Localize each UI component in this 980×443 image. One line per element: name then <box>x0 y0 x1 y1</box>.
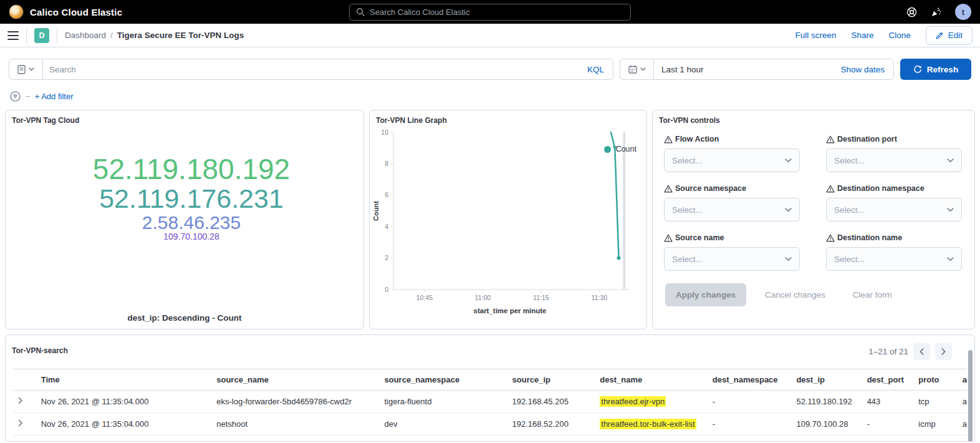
chevron-down-icon <box>785 158 792 163</box>
highlighted-dest-name[interactable]: threatfeed.tor-bulk-exit-list <box>600 441 696 442</box>
calico-logo[interactable] <box>9 4 24 19</box>
svg-text:10: 10 <box>381 129 388 136</box>
announcements-icon[interactable] <box>931 7 941 17</box>
svg-text:11:30: 11:30 <box>592 294 608 301</box>
prev-page-button[interactable] <box>913 343 930 360</box>
time-range-value[interactable]: Last 1 hour <box>654 65 840 74</box>
tag-cloud-title: Tor-VPN Tag Cloud <box>6 110 363 125</box>
highlighted-dest-name[interactable]: threatfeed.ejr-vpn <box>600 396 666 407</box>
column-header[interactable]: Time <box>36 369 212 391</box>
cell-dest_namespace: - <box>708 436 792 442</box>
legend-label: Count <box>616 145 637 153</box>
tag-cloud-term[interactable]: 109.70.100.28 <box>163 232 219 241</box>
breadcrumb-separator: / <box>110 31 113 40</box>
expand-row-button[interactable] <box>18 397 23 404</box>
control-select[interactable]: Select... <box>826 247 962 271</box>
column-header[interactable]: source_name <box>211 369 379 391</box>
pagination: 1–21 of 21 <box>868 343 952 360</box>
next-page-button[interactable] <box>935 343 952 360</box>
breadcrumb-dashboard[interactable]: Dashboard <box>65 31 106 40</box>
table-row: Nov 26, 2021 @ 11:34:54.000netshootdev19… <box>13 436 967 442</box>
column-header[interactable]: dest_namespace <box>708 369 792 391</box>
show-dates-button[interactable]: Show dates <box>840 65 893 74</box>
expand-row-button[interactable] <box>18 419 23 427</box>
pencil-icon <box>936 31 944 39</box>
column-header[interactable]: dest_ip <box>791 369 862 391</box>
control-select[interactable]: Select... <box>826 148 962 172</box>
kql-button[interactable]: KQL <box>587 65 613 74</box>
col-expand <box>13 369 36 391</box>
control-select[interactable]: Select... <box>664 198 800 221</box>
column-header[interactable]: source_namespace <box>380 369 507 391</box>
share-link[interactable]: Share <box>851 31 873 40</box>
tag-cloud-term[interactable]: 52.119.176.231 <box>99 185 284 213</box>
date-picker: Last 1 hour Show dates <box>620 59 894 80</box>
svg-text:Count: Count <box>372 201 380 221</box>
tag-cloud-term[interactable]: 2.58.46.235 <box>142 213 241 232</box>
column-header[interactable]: action <box>958 369 967 391</box>
user-avatar[interactable]: t <box>955 4 971 20</box>
select-placeholder: Select... <box>834 205 865 215</box>
chevron-right-icon <box>941 348 946 355</box>
warning-icon <box>826 234 835 242</box>
control-field: Destination nameSelect... <box>826 233 962 271</box>
svg-text:11:15: 11:15 <box>533 294 549 301</box>
menu-icon[interactable] <box>7 31 19 40</box>
calendar-icon <box>628 65 637 74</box>
edit-button[interactable]: Edit <box>926 26 973 45</box>
svg-text:start_time per minute: start_time per minute <box>474 307 547 314</box>
global-search-input[interactable] <box>370 7 624 17</box>
help-icon[interactable] <box>906 7 917 17</box>
chart-legend[interactable]: Count <box>604 145 637 153</box>
chevron-down-icon <box>785 208 792 212</box>
cell-time: Nov 26, 2021 @ 11:35:04.000 <box>36 413 212 436</box>
saved-query-menu-button[interactable] <box>9 59 43 79</box>
edit-button-label: Edit <box>948 31 963 40</box>
chevron-down-icon <box>947 208 954 212</box>
line-graph-title: Tor-VPN Line Graph <box>370 110 646 125</box>
apply-changes-button[interactable]: Apply changes <box>665 283 746 306</box>
control-label-text: Destination namespace <box>837 184 925 193</box>
clear-form-button[interactable]: Clear form <box>844 283 901 306</box>
cell-source_namespace: dev <box>380 413 507 436</box>
cancel-changes-button[interactable]: Cancel changes <box>756 283 834 306</box>
tag-cloud-term[interactable]: 52.119.180.192 <box>93 155 290 185</box>
controls-grid: Flow ActionSelect...Destination portSele… <box>653 125 974 271</box>
column-header[interactable]: dest_port <box>862 369 914 391</box>
column-header[interactable]: source_ip <box>507 369 595 391</box>
breadcrumb: Dashboard / Tigera Secure EE Tor-VPN Log… <box>65 31 244 40</box>
tag-cloud-tags: 52.119.180.19252.119.176.2312.58.46.2351… <box>6 155 363 241</box>
clone-link[interactable]: Clone <box>888 31 910 40</box>
control-field-label: Source name <box>664 233 800 242</box>
cell-source_namespace: tigera-fluentd <box>380 391 507 413</box>
add-filter-button[interactable]: + Add filter <box>35 92 74 101</box>
filter-circle-icon[interactable] <box>10 91 21 102</box>
warning-icon <box>664 234 673 242</box>
column-header[interactable]: proto <box>913 369 957 391</box>
full-screen-link[interactable]: Full screen <box>795 31 836 40</box>
control-select[interactable]: Select... <box>664 247 800 271</box>
control-label-text: Flow Action <box>675 135 719 144</box>
panel-tag-cloud: Tor-VPN Tag Cloud 52.119.180.19252.119.1… <box>5 110 364 329</box>
highlighted-dest-name[interactable]: threatfeed.tor-bulk-exit-list <box>600 419 696 429</box>
control-field-label: Destination namespace <box>826 184 962 193</box>
table-scrollbar[interactable] <box>968 350 973 442</box>
chevron-down-icon <box>29 67 34 71</box>
cell-dest_ip: 109.70.100.28 <box>791 413 862 436</box>
svg-text:11:00: 11:00 <box>475 294 491 301</box>
dashboard-badge[interactable]: D <box>34 28 49 43</box>
line-chart[interactable]: 024681010:4511:0011:1511:30Countstart_ti… <box>372 127 637 318</box>
column-header[interactable]: dest_name <box>595 369 708 391</box>
table-header-row: Timesource_namesource_namespacesource_ip… <box>13 369 967 391</box>
refresh-button[interactable]: Refresh <box>900 59 971 80</box>
control-select[interactable]: Select... <box>826 198 962 221</box>
search-input[interactable] <box>43 65 587 74</box>
control-field-label: Destination name <box>826 233 962 242</box>
control-select[interactable]: Select... <box>664 148 800 172</box>
date-quick-menu-button[interactable] <box>620 59 654 79</box>
global-search[interactable] <box>349 4 631 21</box>
panel-search-table: Tor-VPN-search 1–21 of 21 Timesource_nam… <box>5 334 975 442</box>
select-placeholder: Select... <box>672 156 703 165</box>
cell-dest_port: - <box>862 436 914 442</box>
cell-action: allow <box>958 413 967 436</box>
